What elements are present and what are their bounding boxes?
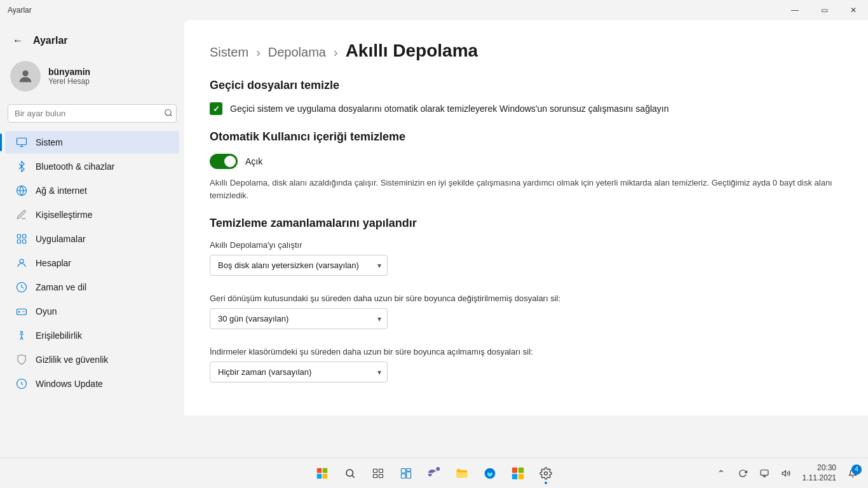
svg-rect-31 bbox=[519, 473, 524, 478]
sidebar-item-label: Zaman ve dil bbox=[36, 282, 86, 292]
auto-clean-toggle[interactable] bbox=[210, 154, 238, 169]
auto-clean-description: Akıllı Depolama, disk alanı azaldığında … bbox=[210, 177, 843, 201]
tray-volume-icon[interactable] bbox=[776, 463, 796, 484]
back-button[interactable]: ← bbox=[8, 30, 28, 51]
tray-display-icon[interactable] bbox=[754, 463, 775, 484]
maximize-button[interactable]: ▭ bbox=[810, 0, 839, 20]
bluetooth-icon bbox=[15, 160, 28, 173]
sidebar-item-windows-update[interactable]: Windows Update bbox=[5, 372, 179, 395]
sidebar-item-hesaplar[interactable]: Hesaplar bbox=[5, 252, 179, 274]
sidebar-item-label: Oyun bbox=[36, 306, 57, 316]
time: 20:30 bbox=[803, 463, 836, 473]
sidebar-item-label: Kişiselleştirme bbox=[36, 210, 92, 220]
sidebar-item-zaman[interactable]: Zaman ve dil bbox=[5, 276, 179, 299]
tray-clock[interactable]: 20:30 1.11.2021 bbox=[797, 463, 841, 483]
taskbar-settings-button[interactable] bbox=[533, 461, 559, 486]
section3-title: Temizleme zamanlamalarını yapılandır bbox=[210, 217, 843, 230]
svg-rect-8 bbox=[23, 240, 26, 243]
breadcrumb-sep1: › bbox=[256, 45, 261, 60]
close-button[interactable]: ✕ bbox=[839, 0, 868, 20]
sidebar-item-ag[interactable]: Ağ & internet bbox=[5, 179, 179, 202]
recycle-bin-dropdown[interactable]: 1 gün14 gün30 gün (varsayılan)60 günHiçb… bbox=[210, 308, 388, 329]
user-profile: bünyamin Yerel Hesap bbox=[0, 56, 184, 102]
dropdown1-wrapper: Her günHer haftaHer ayBoş disk alanı yet… bbox=[210, 255, 388, 276]
svg-rect-21 bbox=[379, 469, 383, 472]
sidebar-item-sistem[interactable]: Sistem bbox=[5, 131, 179, 154]
widgets-button[interactable] bbox=[393, 461, 419, 486]
dropdown2-label: Geri dönüşüm kutusundaki şu süreden daha… bbox=[210, 294, 843, 303]
sidebar-item-label: Windows Update bbox=[36, 379, 103, 389]
task-view-button[interactable] bbox=[365, 461, 391, 486]
file-explorer-button[interactable] bbox=[449, 461, 475, 486]
date: 1.11.2021 bbox=[803, 473, 836, 484]
apps-icon bbox=[15, 233, 28, 245]
privacy-icon bbox=[15, 353, 28, 366]
sidebar-item-label: Erişilebilirlik bbox=[36, 330, 82, 341]
sistem-icon bbox=[15, 136, 28, 149]
dropdown2-wrapper: 1 gün14 gün30 gün (varsayılan)60 günHiçb… bbox=[210, 308, 388, 329]
sidebar-item-uygulamalar[interactable]: Uygulamalar bbox=[5, 227, 179, 250]
sidebar-item-erisim[interactable]: Erişilebilirlik bbox=[5, 324, 179, 347]
sidebar-item-kisisel[interactable]: Kişiselleştirme bbox=[5, 203, 179, 226]
taskbar-search-button[interactable] bbox=[337, 461, 363, 486]
dropdown1-label: Akıllı Depolama'yı çalıştır bbox=[210, 240, 843, 250]
edge-button[interactable] bbox=[477, 461, 503, 486]
svg-rect-14 bbox=[317, 468, 322, 473]
svg-point-9 bbox=[20, 259, 24, 263]
network-icon bbox=[15, 184, 28, 197]
svg-rect-28 bbox=[512, 467, 517, 472]
breadcrumb-depolama[interactable]: Depolama bbox=[268, 45, 326, 60]
search-box bbox=[8, 104, 177, 123]
svg-rect-20 bbox=[374, 469, 377, 472]
sidebar-item-label: Bluetooth & cihazlar bbox=[36, 161, 115, 172]
avatar bbox=[10, 61, 41, 92]
clean-checkbox[interactable] bbox=[210, 102, 222, 115]
run-schedule-dropdown[interactable]: Her günHer haftaHer ayBoş disk alanı yet… bbox=[210, 255, 388, 276]
breadcrumb-sistem[interactable]: Sistem bbox=[210, 45, 248, 60]
page-title: Akıllı Depolama bbox=[346, 41, 478, 61]
tray-chevron-icon[interactable]: ⌃ bbox=[711, 463, 731, 484]
svg-marker-36 bbox=[782, 470, 785, 475]
svg-rect-15 bbox=[323, 468, 328, 473]
svg-rect-16 bbox=[317, 473, 322, 478]
svg-point-1 bbox=[165, 109, 171, 115]
notification-badge: 4 bbox=[851, 464, 862, 475]
svg-rect-6 bbox=[23, 234, 26, 238]
store-button[interactable] bbox=[505, 461, 531, 486]
accessibility-icon bbox=[15, 329, 28, 342]
gaming-icon bbox=[15, 305, 28, 318]
notification-center-button[interactable]: 4 bbox=[843, 463, 863, 484]
svg-rect-30 bbox=[512, 473, 517, 478]
taskbar: ⌃ 20:30 1.11.2021 bbox=[0, 458, 868, 488]
sidebar-item-label: Gizlilik ve güvenlik bbox=[36, 355, 108, 365]
teams-button[interactable] bbox=[421, 461, 447, 486]
svg-rect-5 bbox=[17, 234, 20, 238]
tray-refresh-icon[interactable] bbox=[733, 463, 753, 484]
downloads-dropdown[interactable]: 1 gün14 gün30 gün60 günHiçbir zaman (var… bbox=[210, 362, 388, 383]
personalize-icon bbox=[15, 208, 28, 221]
svg-point-0 bbox=[22, 71, 28, 76]
svg-line-2 bbox=[170, 114, 172, 116]
taskbar-center bbox=[309, 461, 559, 486]
svg-rect-25 bbox=[407, 468, 411, 471]
sidebar-item-bluetooth[interactable]: Bluetooth & cihazlar bbox=[5, 155, 179, 178]
svg-rect-29 bbox=[519, 467, 524, 472]
search-input[interactable] bbox=[8, 104, 177, 123]
app-title: Ayarlar bbox=[8, 6, 32, 15]
minimize-button[interactable]: — bbox=[780, 0, 810, 20]
titlebar: Ayarlar — ▭ ✕ bbox=[0, 0, 868, 20]
start-button[interactable] bbox=[309, 461, 335, 486]
svg-point-32 bbox=[545, 471, 548, 475]
svg-rect-23 bbox=[379, 474, 383, 477]
username: bünyamin bbox=[48, 67, 90, 77]
section1-title: Geçici dosyaları temizle bbox=[210, 79, 843, 92]
sidebar-item-oyun[interactable]: Oyun bbox=[5, 300, 179, 323]
breadcrumb-sep2: › bbox=[334, 45, 338, 60]
breadcrumb: Sistem › Depolama › Akıllı Depolama bbox=[210, 41, 843, 61]
search-icon[interactable] bbox=[164, 108, 173, 119]
svg-rect-22 bbox=[374, 474, 377, 477]
svg-point-18 bbox=[346, 470, 353, 477]
sidebar-item-label: Ağ & internet bbox=[36, 186, 87, 196]
windows-update-icon bbox=[15, 377, 28, 390]
sidebar-item-gizlilik[interactable]: Gizlilik ve güvenlik bbox=[5, 348, 179, 371]
